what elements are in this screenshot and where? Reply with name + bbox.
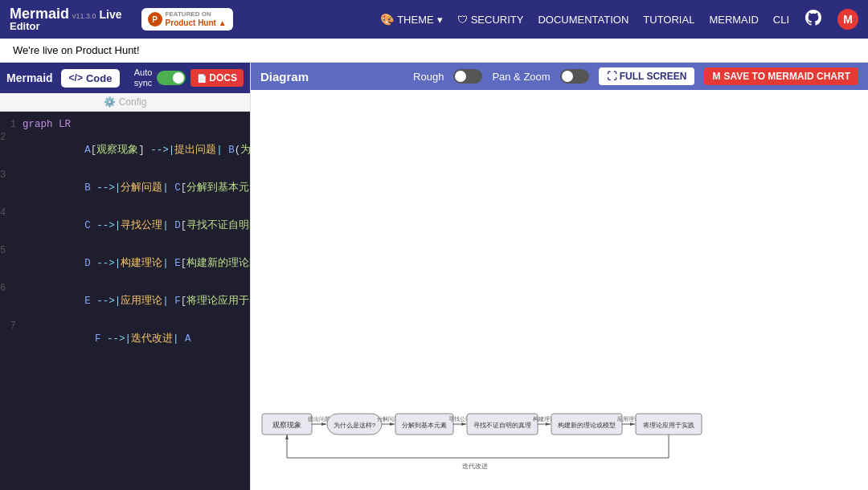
rough-label: Rough: [413, 71, 444, 83]
code-line-5: 5 D -->|构建理论| E[构建新的理论或模型]: [0, 244, 250, 282]
ph-banner-text: We're live on Product Hunt!: [13, 44, 140, 56]
auto-sync-label: Autosync: [134, 67, 153, 88]
code-line-4: 4 C -->|寻找公理| D[寻找不证自明的真理]: [0, 206, 250, 244]
code-line-3: 3 B -->|分解问题| C[分解到基本元素]: [0, 169, 250, 206]
code-line-2: 2 A[观察现象] -->|提出问题| B(为什么是这样?): [0, 131, 250, 169]
pan-zoom-toggle-knob: [562, 71, 573, 82]
code-tab[interactable]: </> Code: [61, 69, 121, 88]
fullscreen-button[interactable]: ⛶ FULL SCREEN: [599, 67, 695, 85]
svg-text:为什么是这样?: 为什么是这样?: [334, 422, 376, 429]
nav-security[interactable]: 🛡 SECURITY: [457, 14, 524, 26]
ph-banner-link[interactable]: We're live on Product Hunt!: [13, 44, 140, 56]
config-icon: ⚙️: [104, 96, 116, 108]
sidebar-tabs: Mermaid </> Code Autosync 📄 DOCS: [0, 63, 250, 93]
github-icon[interactable]: [804, 8, 823, 31]
main-content: Mermaid </> Code Autosync 📄 DOCS ⚙️ Conf…: [0, 63, 868, 490]
nav-tutorial[interactable]: TUTORIAL: [643, 14, 694, 26]
ph-banner: We're live on Product Hunt!: [0, 39, 868, 63]
toolbar-controls: Rough Pan & Zoom ⛶ FULL SCREEN M SAVE TO…: [413, 67, 858, 85]
docs-icon: 📄: [197, 74, 207, 83]
nav-documentation[interactable]: DOCUMENTATION: [538, 14, 628, 26]
code-line-7: 7 F -->|迭代改进| A: [0, 320, 250, 357]
sidebar: Mermaid </> Code Autosync 📄 DOCS ⚙️ Conf…: [0, 63, 251, 490]
brand-editor: Editor: [10, 21, 122, 32]
auto-sync-section: Autosync 📄 DOCS: [134, 67, 244, 88]
code-editor[interactable]: 1 graph LR 2 A[观察现象] -->|提出问题| B(为什么是这样?…: [0, 112, 250, 490]
brand: Mermaid v11.3.0 Live Editor: [10, 6, 122, 32]
m-icon[interactable]: M: [837, 9, 858, 30]
nav-mermaid[interactable]: MERMAID: [709, 14, 758, 26]
flowchart-svg: 观察现象 提出问题 为什么是这样? 分解问题 分解到基本元素 寻找公理 寻找: [251, 386, 868, 482]
nav-cli[interactable]: CLI: [773, 14, 789, 26]
auto-sync-toggle[interactable]: [157, 71, 186, 85]
ph-label: FEATURED ON Product Hunt ▲: [166, 10, 227, 28]
svg-text:将理论应用于实践: 将理论应用于实践: [642, 422, 694, 429]
nav-links: 🎨 THEME ▾ 🛡 SECURITY DOCUMENTATION TUTOR…: [380, 8, 858, 31]
save-button[interactable]: M SAVE TO MERMAID CHART: [704, 67, 858, 85]
code-line-6: 6 E -->|应用理论| F[将理论应用于实践]: [0, 282, 250, 320]
diagram-panel: Diagram Rough Pan & Zoom ⛶ FULL SCREEN M…: [251, 63, 868, 490]
config-row: ⚙️ Config: [0, 93, 250, 112]
svg-text:提出问题: 提出问题: [308, 416, 330, 423]
pan-zoom-label: Pan & Zoom: [492, 71, 550, 83]
rough-toggle[interactable]: [453, 69, 482, 84]
save-icon: M: [712, 71, 720, 82]
product-hunt-badge[interactable]: P FEATURED ON Product Hunt ▲: [141, 8, 233, 31]
brand-version: v11.3.0: [72, 13, 96, 21]
code-icon: </>: [69, 72, 83, 84]
diagram-toolbar: Diagram Rough Pan & Zoom ⛶ FULL SCREEN M…: [251, 63, 868, 90]
svg-text:寻找不证自明的真理: 寻找不证自明的真理: [473, 422, 531, 429]
svg-text:分解到基本元素: 分解到基本元素: [402, 422, 447, 429]
fullscreen-icon: ⛶: [607, 71, 616, 82]
config-tab[interactable]: ⚙️ Config: [0, 93, 250, 111]
brand-live: Live: [100, 9, 122, 21]
docs-button[interactable]: 📄 DOCS: [190, 69, 244, 87]
chevron-down-icon: ▾: [437, 14, 443, 26]
svg-text:构建新的理论或模型: 构建新的理论或模型: [557, 422, 616, 429]
ph-icon-letter: P: [152, 15, 158, 24]
nav-theme[interactable]: 🎨 THEME ▾: [380, 13, 443, 26]
sidebar-mermaid-label: Mermaid: [6, 71, 53, 84]
svg-text:迭代改进: 迭代改进: [462, 463, 488, 470]
top-nav: Mermaid v11.3.0 Live Editor P FEATURED O…: [0, 0, 868, 39]
svg-text:观察现象: 观察现象: [272, 421, 301, 429]
ph-icon: P: [148, 12, 162, 27]
code-line-1: 1 graph LR: [0, 118, 250, 131]
theme-icon: 🎨: [380, 13, 394, 26]
toggle-knob: [173, 72, 184, 84]
diagram-canvas[interactable]: 观察现象 提出问题 为什么是这样? 分解问题 分解到基本元素 寻找公理 寻找: [251, 90, 868, 490]
shield-icon: 🛡: [457, 14, 468, 26]
pan-zoom-toggle[interactable]: [560, 69, 589, 84]
diagram-title: Diagram: [260, 70, 309, 84]
rough-toggle-knob: [455, 71, 466, 82]
